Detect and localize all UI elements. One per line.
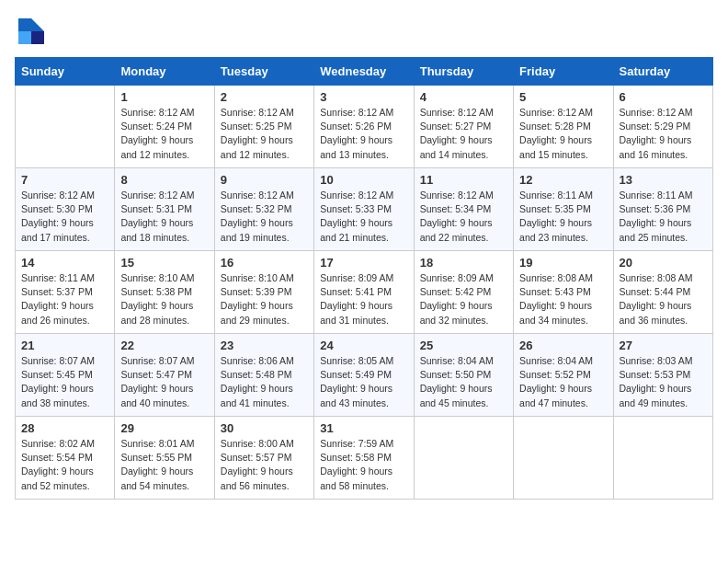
day-info: Sunrise: 8:11 AMSunset: 5:36 PMDaylight:… <box>620 189 707 245</box>
svg-marker-0 <box>31 18 44 31</box>
day-number: 3 <box>320 90 407 104</box>
calendar-cell: 2Sunrise: 8:12 AMSunset: 5:25 PMDaylight… <box>214 86 313 168</box>
day-number: 27 <box>620 339 707 352</box>
day-info: Sunrise: 8:12 AMSunset: 5:32 PMDaylight:… <box>221 189 308 245</box>
day-number: 9 <box>221 173 308 187</box>
day-info: Sunrise: 8:12 AMSunset: 5:27 PMDaylight:… <box>420 106 507 162</box>
calendar-cell: 12Sunrise: 8:11 AMSunset: 5:35 PMDayligh… <box>514 168 613 251</box>
calendar-cell: 19Sunrise: 8:08 AMSunset: 5:43 PMDayligh… <box>514 251 613 334</box>
day-number: 31 <box>320 421 407 435</box>
calendar-body: 1Sunrise: 8:12 AMSunset: 5:24 PMDaylight… <box>16 86 713 500</box>
calendar-cell: 18Sunrise: 8:09 AMSunset: 5:42 PMDayligh… <box>414 251 513 334</box>
calendar-header: SundayMondayTuesdayWednesdayThursdayFrid… <box>16 58 713 86</box>
day-number: 12 <box>519 173 607 187</box>
day-number: 26 <box>519 339 607 352</box>
calendar-cell: 1Sunrise: 8:12 AMSunset: 5:24 PMDaylight… <box>115 86 214 168</box>
day-info: Sunrise: 8:05 AMSunset: 5:49 PMDaylight:… <box>320 354 407 410</box>
day-info: Sunrise: 8:07 AMSunset: 5:47 PMDaylight:… <box>120 354 208 410</box>
calendar-cell: 11Sunrise: 8:12 AMSunset: 5:34 PMDayligh… <box>414 168 513 251</box>
calendar-cell: 24Sunrise: 8:05 AMSunset: 5:49 PMDayligh… <box>314 334 414 417</box>
day-number: 19 <box>519 256 607 270</box>
day-number: 28 <box>21 421 108 435</box>
page-header <box>15 15 713 48</box>
weekday-header: Wednesday <box>314 58 414 86</box>
calendar-cell: 3Sunrise: 8:12 AMSunset: 5:26 PMDaylight… <box>314 86 414 168</box>
day-number: 30 <box>221 421 308 435</box>
day-number: 16 <box>221 256 308 270</box>
calendar-cell: 6Sunrise: 8:12 AMSunset: 5:29 PMDaylight… <box>613 86 712 168</box>
day-info: Sunrise: 8:11 AMSunset: 5:37 PMDaylight:… <box>21 271 108 327</box>
day-info: Sunrise: 8:00 AMSunset: 5:57 PMDaylight:… <box>221 437 308 493</box>
day-number: 18 <box>420 256 507 270</box>
calendar-cell: 20Sunrise: 8:08 AMSunset: 5:44 PMDayligh… <box>613 251 712 334</box>
day-number: 20 <box>620 256 707 270</box>
day-number: 14 <box>21 256 108 270</box>
day-info: Sunrise: 8:12 AMSunset: 5:26 PMDaylight:… <box>320 106 407 162</box>
day-number: 24 <box>320 339 407 352</box>
day-number: 2 <box>221 90 308 104</box>
weekday-header: Monday <box>115 58 214 86</box>
calendar-cell: 22Sunrise: 8:07 AMSunset: 5:47 PMDayligh… <box>115 334 214 417</box>
day-info: Sunrise: 8:09 AMSunset: 5:41 PMDaylight:… <box>320 271 407 327</box>
day-info: Sunrise: 8:03 AMSunset: 5:53 PMDaylight:… <box>620 354 707 410</box>
logo-icon <box>15 15 48 48</box>
calendar-cell: 13Sunrise: 8:11 AMSunset: 5:36 PMDayligh… <box>613 168 712 251</box>
calendar-cell <box>514 417 613 500</box>
calendar-cell: 5Sunrise: 8:12 AMSunset: 5:28 PMDaylight… <box>514 86 613 168</box>
weekday-header: Friday <box>514 58 613 86</box>
calendar-cell: 30Sunrise: 8:00 AMSunset: 5:57 PMDayligh… <box>214 417 313 500</box>
day-number: 23 <box>221 339 308 352</box>
day-number: 22 <box>120 339 208 352</box>
day-number: 4 <box>420 90 507 104</box>
calendar-cell: 23Sunrise: 8:06 AMSunset: 5:48 PMDayligh… <box>214 334 313 417</box>
day-number: 15 <box>120 256 208 270</box>
day-number: 11 <box>420 173 507 187</box>
day-info: Sunrise: 8:01 AMSunset: 5:55 PMDaylight:… <box>120 437 208 493</box>
day-info: Sunrise: 8:12 AMSunset: 5:25 PMDaylight:… <box>221 106 308 162</box>
day-info: Sunrise: 8:10 AMSunset: 5:38 PMDaylight:… <box>120 271 208 327</box>
day-info: Sunrise: 8:12 AMSunset: 5:30 PMDaylight:… <box>21 189 108 245</box>
day-info: Sunrise: 8:06 AMSunset: 5:48 PMDaylight:… <box>221 354 308 410</box>
day-info: Sunrise: 8:12 AMSunset: 5:24 PMDaylight:… <box>120 106 208 162</box>
calendar-cell: 29Sunrise: 8:01 AMSunset: 5:55 PMDayligh… <box>115 417 214 500</box>
day-number: 8 <box>120 173 208 187</box>
calendar-cell: 7Sunrise: 8:12 AMSunset: 5:30 PMDaylight… <box>16 168 115 251</box>
svg-marker-1 <box>31 31 44 44</box>
calendar-cell <box>414 417 513 500</box>
day-info: Sunrise: 8:09 AMSunset: 5:42 PMDaylight:… <box>420 271 507 327</box>
calendar-cell: 17Sunrise: 8:09 AMSunset: 5:41 PMDayligh… <box>314 251 414 334</box>
logo <box>15 15 51 48</box>
calendar-cell: 25Sunrise: 8:04 AMSunset: 5:50 PMDayligh… <box>414 334 513 417</box>
calendar-week: 14Sunrise: 8:11 AMSunset: 5:37 PMDayligh… <box>16 251 713 334</box>
calendar-cell: 10Sunrise: 8:12 AMSunset: 5:33 PMDayligh… <box>314 168 414 251</box>
weekday-header: Sunday <box>16 58 115 86</box>
day-info: Sunrise: 8:12 AMSunset: 5:31 PMDaylight:… <box>120 189 208 245</box>
day-number: 29 <box>120 421 208 435</box>
day-info: Sunrise: 8:04 AMSunset: 5:50 PMDaylight:… <box>420 354 507 410</box>
calendar-cell: 27Sunrise: 8:03 AMSunset: 5:53 PMDayligh… <box>613 334 712 417</box>
svg-marker-2 <box>18 31 31 44</box>
calendar-cell: 26Sunrise: 8:04 AMSunset: 5:52 PMDayligh… <box>514 334 613 417</box>
day-info: Sunrise: 8:11 AMSunset: 5:35 PMDaylight:… <box>519 189 607 245</box>
day-info: Sunrise: 8:12 AMSunset: 5:29 PMDaylight:… <box>620 106 707 162</box>
day-number: 25 <box>420 339 507 352</box>
day-info: Sunrise: 7:59 AMSunset: 5:58 PMDaylight:… <box>320 437 407 493</box>
day-info: Sunrise: 8:08 AMSunset: 5:44 PMDaylight:… <box>620 271 707 327</box>
day-number: 7 <box>21 173 108 187</box>
day-info: Sunrise: 8:12 AMSunset: 5:28 PMDaylight:… <box>519 106 607 162</box>
day-info: Sunrise: 8:07 AMSunset: 5:45 PMDaylight:… <box>21 354 108 410</box>
day-info: Sunrise: 8:10 AMSunset: 5:39 PMDaylight:… <box>221 271 308 327</box>
svg-marker-3 <box>18 18 31 31</box>
calendar-cell: 15Sunrise: 8:10 AMSunset: 5:38 PMDayligh… <box>115 251 214 334</box>
calendar-week: 21Sunrise: 8:07 AMSunset: 5:45 PMDayligh… <box>16 334 713 417</box>
calendar-cell <box>16 86 115 168</box>
calendar-week: 7Sunrise: 8:12 AMSunset: 5:30 PMDaylight… <box>16 168 713 251</box>
day-number: 13 <box>620 173 707 187</box>
day-number: 6 <box>620 90 707 104</box>
day-info: Sunrise: 8:04 AMSunset: 5:52 PMDaylight:… <box>519 354 607 410</box>
weekday-header: Thursday <box>414 58 513 86</box>
calendar-cell: 21Sunrise: 8:07 AMSunset: 5:45 PMDayligh… <box>16 334 115 417</box>
day-info: Sunrise: 8:12 AMSunset: 5:33 PMDaylight:… <box>320 189 407 245</box>
weekday-header: Tuesday <box>214 58 313 86</box>
calendar-cell: 8Sunrise: 8:12 AMSunset: 5:31 PMDaylight… <box>115 168 214 251</box>
